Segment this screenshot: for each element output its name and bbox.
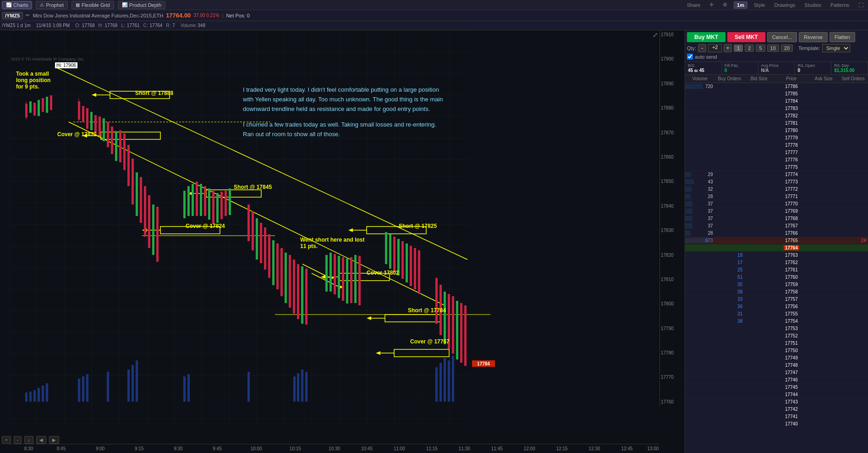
svg-rect-61 — [152, 204, 154, 255]
order-book-row[interactable]: 17752 — [685, 332, 868, 340]
symbol-display[interactable]: /YMZ5 — [2, 12, 23, 19]
style-button[interactable]: Style — [751, 1, 768, 9]
drawings-button[interactable]: Drawings — [771, 1, 798, 9]
open-value: 17768 — [82, 23, 95, 28]
qty-1-button[interactable]: 1 — [734, 44, 743, 52]
interval-button[interactable]: 1m — [734, 1, 747, 9]
cancel-button[interactable]: Cancel... — [767, 32, 797, 42]
scroll-left-button[interactable]: ◀ — [36, 436, 46, 444]
svg-rect-59 — [144, 186, 146, 237]
order-book-row[interactable]: 17780 — [685, 127, 868, 134]
sell-mkt-button[interactable]: Sell MKT — [727, 32, 765, 42]
tab-charts[interactable]: 📈 Charts — [2, 1, 32, 9]
rtl-open-column: R/L Open 0 — [795, 62, 831, 74]
settings-button[interactable]: ⚙ — [720, 1, 730, 9]
svg-rect-103 — [401, 241, 404, 279]
order-book-row[interactable]: 17778 — [685, 142, 868, 149]
pencil-icon[interactable]: ✏ — [26, 12, 30, 18]
order-book-row[interactable]: 17742 — [685, 406, 868, 413]
zoom-in-button[interactable]: + — [2, 436, 11, 444]
tab-flexible-grid[interactable]: ▦ Flexible Grid — [71, 1, 114, 9]
order-book-row[interactable]: 17750 — [685, 347, 868, 354]
order-book-row[interactable]: 17745 — [685, 384, 868, 391]
ob-price: 17762 — [774, 260, 809, 265]
template-select[interactable]: Single — [822, 44, 850, 52]
svg-rect-115 — [464, 305, 467, 366]
qty-20-button[interactable]: 20 — [781, 44, 793, 52]
order-book-row[interactable]: 2517761 — [685, 266, 868, 274]
order-book-row[interactable]: 3117755 — [685, 310, 868, 318]
order-book-row[interactable]: 3217772 — [685, 186, 868, 193]
order-book-row[interactable]: 3817758 — [685, 288, 868, 296]
chart-area[interactable]: 17784 Took a small long position for 9 p… — [0, 30, 685, 453]
order-book-row[interactable]: 3517759 — [685, 281, 868, 288]
order-book-row[interactable]: 17748 — [685, 362, 868, 369]
fullscreen-button[interactable]: ⛶ — [856, 1, 866, 9]
flatten-button[interactable]: Flatten — [830, 32, 855, 42]
order-book-row[interactable]: 17783 — [685, 105, 868, 112]
order-book-row[interactable]: 3717770 — [685, 200, 868, 208]
order-book-row[interactable]: 1717762 — [685, 259, 868, 266]
order-book-row[interactable]: 3817754 — [685, 318, 868, 325]
ob-price: 17748 — [774, 363, 809, 368]
order-book-row[interactable]: 2817771 — [685, 193, 868, 200]
scroll-right-button[interactable]: ▶ — [49, 436, 59, 444]
order-book-row[interactable]: 17782 — [685, 112, 868, 120]
qty-10-button[interactable]: 10 — [767, 44, 779, 52]
chart-canvas[interactable]: 17784 Took a small long position for 9 p… — [0, 30, 685, 453]
order-book-row[interactable]: 17740 — [685, 420, 868, 428]
order-book-row[interactable]: 3717768 — [685, 215, 868, 222]
reverse-button[interactable]: Reverse — [799, 32, 828, 42]
buy-mkt-button[interactable]: Buy MKT — [687, 32, 725, 42]
order-book-row[interactable]: 17741 — [685, 413, 868, 420]
ob-volume: 720 — [685, 84, 715, 89]
ob-volume: 32 — [685, 187, 715, 192]
ob-price: 17746 — [774, 377, 809, 382]
crosshair-button[interactable]: ✛ — [707, 1, 716, 9]
order-book-row[interactable]: 3317757 — [685, 296, 868, 303]
order-book-row[interactable]: 1817763 — [685, 252, 868, 259]
order-book-row[interactable]: 17764 — [685, 244, 868, 252]
order-book-row[interactable]: 17749 — [685, 354, 868, 362]
order-book-row[interactable]: 17746 — [685, 376, 868, 384]
tab-product-depth[interactable]: 📊 Product Depth — [118, 1, 165, 9]
expand-icon[interactable]: ⤢ — [653, 31, 658, 39]
svg-rect-54 — [123, 133, 126, 170]
avg-price-column: Avg Price N/A — [758, 62, 795, 74]
share-button[interactable]: Share — [684, 1, 703, 9]
annotation-short-17825: Short @ 17825 — [399, 223, 437, 229]
qty-plus-button[interactable]: + — [724, 44, 732, 52]
order-book-row[interactable]: 3617756 — [685, 303, 868, 310]
order-book-row[interactable]: 17785 — [685, 90, 868, 98]
qty-5-button[interactable]: 5 — [756, 44, 765, 52]
order-book-row[interactable]: 17744 — [685, 391, 868, 398]
order-book-row[interactable]: 3717769 — [685, 208, 868, 215]
studies-button[interactable]: Studies — [802, 1, 824, 9]
order-book-row[interactable]: 17747 — [685, 369, 868, 376]
tab-prophet[interactable]: ⚠ Prophet — [36, 1, 68, 9]
order-book-row[interactable]: 17781 — [685, 120, 868, 127]
auto-send-checkbox[interactable] — [687, 54, 693, 60]
order-book-row[interactable]: 17784 — [685, 98, 868, 105]
qty-2-button[interactable]: 2 — [745, 44, 754, 52]
order-book-row[interactable]: 17743 — [685, 398, 868, 406]
order-book-row[interactable]: 17753 — [685, 325, 868, 332]
order-book-row[interactable]: 3717767 — [685, 222, 868, 230]
order-book-row[interactable]: 17751 — [685, 340, 868, 347]
order-book-row[interactable]: 2917774 — [685, 171, 868, 178]
order-book-row[interactable]: 17779 — [685, 134, 868, 142]
order-book-row[interactable]: 4317773 — [685, 178, 868, 186]
ob-volume: 29 — [685, 172, 715, 177]
order-book-row[interactable]: 17776 — [685, 156, 868, 164]
order-book-row[interactable]: 5117760 — [685, 274, 868, 281]
order-book-row[interactable]: 17777 — [685, 149, 868, 156]
zoom-reset-button[interactable]: ⌕ — [24, 436, 33, 444]
qty-minus-button[interactable]: - — [698, 44, 706, 52]
order-book-row[interactable]: 2817766 — [685, 230, 868, 237]
order-book-row[interactable]: 6731776524 — [685, 237, 868, 244]
svg-rect-53 — [119, 130, 121, 162]
order-book-row[interactable]: 17775 — [685, 164, 868, 171]
order-book-row[interactable]: 72017786 — [685, 83, 868, 90]
zoom-out-button[interactable]: - — [14, 436, 22, 444]
patterns-button[interactable]: Patterns — [828, 1, 852, 9]
